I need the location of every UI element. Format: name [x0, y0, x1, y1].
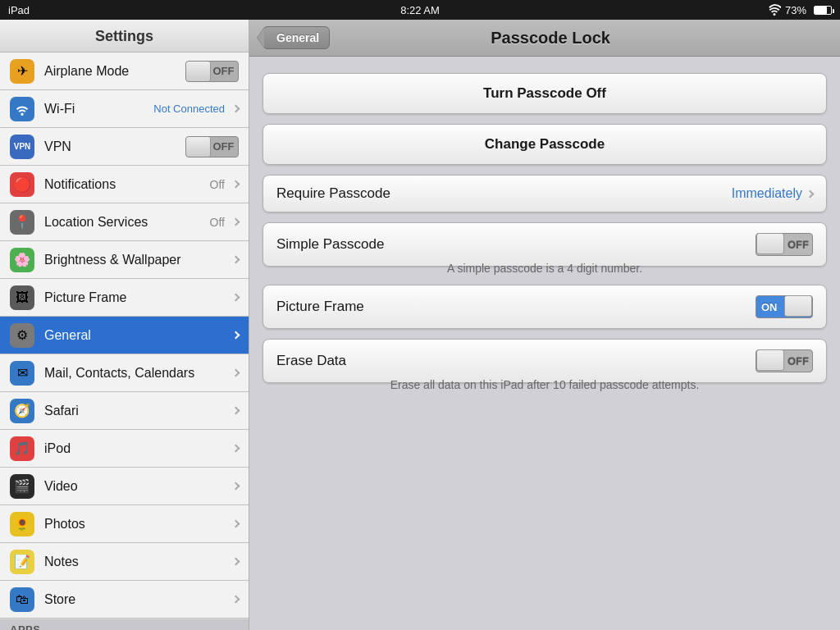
picture-frame-toggle-on-text: ON: [761, 301, 778, 313]
mail-label: Mail, Contacts, Calendars: [44, 366, 230, 381]
location-chevron: [232, 218, 240, 226]
simple-passcode-hint: A simple passcode is a 4 digit number.: [262, 262, 827, 275]
require-passcode-chevron: [806, 189, 815, 198]
video-icon: 🎬: [10, 474, 34, 499]
picture-frame-content-label: Picture Frame: [276, 299, 756, 315]
ipod-chevron: [232, 445, 240, 453]
status-right: 73%: [768, 4, 832, 16]
sidebar-item-store[interactable]: 🛍 Store: [0, 581, 249, 619]
content-area: General Passcode Lock Turn Passcode Off …: [249, 20, 840, 630]
content-title: Passcode Lock: [340, 29, 761, 48]
brightness-icon: 🌸: [10, 248, 34, 272]
vpn-toggle[interactable]: OFF: [185, 136, 239, 158]
change-passcode-button[interactable]: Change Passcode: [262, 124, 827, 165]
wifi-icon: [768, 4, 781, 16]
location-label: Location Services: [44, 215, 210, 230]
airplane-mode-toggle[interactable]: OFF: [185, 61, 239, 82]
brightness-label: Brightness & Wallpaper: [44, 253, 230, 267]
erase-data-hint: Erase all data on this iPad after 10 fai…: [262, 378, 827, 391]
simple-passcode-toggle[interactable]: OFF: [756, 233, 813, 256]
picture-frame-row[interactable]: Picture Frame ON: [262, 285, 827, 329]
turn-passcode-off-button[interactable]: Turn Passcode Off: [262, 73, 827, 114]
wifi-setting-icon: [10, 97, 34, 121]
airplane-mode-label: Airplane Mode: [44, 64, 185, 79]
sidebar: Settings ✈ Airplane Mode OFF Wi-Fi Not C…: [0, 20, 249, 630]
store-chevron: [232, 596, 240, 604]
erase-data-row[interactable]: Erase Data OFF: [262, 339, 827, 383]
photos-icon: 🌻: [10, 512, 34, 536]
content-header: General Passcode Lock: [249, 20, 840, 57]
picture-frame-icon: 🖼: [10, 285, 34, 310]
location-value: Off: [210, 216, 225, 229]
safari-icon: 🧭: [10, 399, 34, 423]
vpn-toggle-knob: [186, 137, 211, 157]
sidebar-item-general[interactable]: ⚙ General: [0, 317, 249, 354]
battery-icon: [814, 6, 832, 15]
erase-data-toggle-knob: [756, 349, 784, 371]
simple-passcode-toggle-off-text: OFF: [788, 239, 809, 251]
sidebar-item-picture-frame[interactable]: 🖼 Picture Frame: [0, 279, 249, 317]
wifi-label: Wi-Fi: [44, 102, 153, 116]
notifications-icon: 🔴: [10, 172, 34, 197]
vpn-label: VPN: [44, 139, 185, 154]
erase-data-label: Erase Data: [276, 353, 756, 369]
location-icon: 📍: [10, 210, 34, 235]
device-name: iPad: [8, 4, 30, 16]
main-layout: Settings ✈ Airplane Mode OFF Wi-Fi Not C…: [0, 20, 840, 630]
airplane-mode-icon: ✈: [10, 59, 34, 84]
vpn-toggle-label: OFF: [211, 140, 238, 153]
sidebar-title: Settings: [0, 20, 249, 52]
back-button[interactable]: General: [262, 26, 330, 49]
safari-label: Safari: [44, 404, 230, 418]
brightness-chevron: [232, 256, 240, 264]
apps-section-header: Apps: [0, 619, 249, 630]
require-passcode-row[interactable]: Require Passcode Immediately: [262, 175, 827, 212]
wifi-chevron: [232, 105, 240, 113]
sidebar-item-notifications[interactable]: 🔴 Notifications Off: [0, 166, 249, 203]
require-passcode-label: Require Passcode: [276, 185, 732, 202]
simple-passcode-row[interactable]: Simple Passcode OFF: [262, 222, 827, 267]
notifications-label: Notifications: [44, 177, 210, 192]
sidebar-item-photos[interactable]: 🌻 Photos: [0, 505, 249, 543]
safari-chevron: [232, 407, 240, 415]
simple-passcode-section: Simple Passcode OFF A simple passcode is…: [262, 222, 827, 275]
sidebar-item-vpn[interactable]: VPN VPN OFF: [0, 128, 249, 166]
sidebar-item-mail[interactable]: ✉ Mail, Contacts, Calendars: [0, 354, 249, 392]
ipod-label: iPod: [44, 441, 230, 456]
photos-label: Photos: [44, 517, 230, 532]
toggle-label: OFF: [211, 65, 238, 77]
notes-label: Notes: [44, 555, 230, 569]
mail-chevron: [232, 369, 240, 377]
store-icon: 🛍: [10, 587, 34, 612]
erase-data-section: Erase Data OFF Erase all data on this iP…: [262, 339, 827, 391]
sidebar-item-ipod[interactable]: 🎵 iPod: [0, 430, 249, 468]
toggle-knob: [186, 62, 211, 81]
simple-passcode-toggle-knob: [756, 233, 784, 254]
picture-frame-toggle[interactable]: ON: [756, 295, 813, 318]
mail-icon: ✉: [10, 361, 34, 386]
erase-data-toggle[interactable]: OFF: [756, 349, 813, 372]
general-icon: ⚙: [10, 323, 34, 348]
content-body: Turn Passcode Off Change Passcode Requir…: [249, 57, 840, 630]
notes-icon: 📝: [10, 550, 34, 574]
general-chevron: [232, 331, 240, 340]
sidebar-item-wifi[interactable]: Wi-Fi Not Connected: [0, 90, 249, 128]
sidebar-item-notes[interactable]: 📝 Notes: [0, 543, 249, 581]
sidebar-item-safari[interactable]: 🧭 Safari: [0, 392, 249, 430]
simple-passcode-label: Simple Passcode: [276, 236, 756, 253]
sidebar-item-video[interactable]: 🎬 Video: [0, 468, 249, 505]
erase-data-toggle-off-text: OFF: [788, 355, 809, 368]
notifications-value: Off: [210, 178, 225, 191]
picture-frame-chevron: [232, 294, 240, 302]
general-label: General: [44, 328, 230, 343]
photos-chevron: [232, 520, 240, 528]
sidebar-item-airplane-mode[interactable]: ✈ Airplane Mode OFF: [0, 52, 249, 90]
picture-frame-toggle-knob: [784, 295, 812, 317]
sidebar-item-location-services[interactable]: 📍 Location Services Off: [0, 203, 249, 241]
require-passcode-value: Immediately: [732, 186, 802, 201]
notes-chevron: [232, 558, 240, 566]
picture-frame-label: Picture Frame: [44, 290, 230, 305]
sidebar-item-brightness-wallpaper[interactable]: 🌸 Brightness & Wallpaper: [0, 241, 249, 279]
status-time: 8:22 AM: [400, 4, 440, 16]
notifications-chevron: [232, 180, 240, 189]
